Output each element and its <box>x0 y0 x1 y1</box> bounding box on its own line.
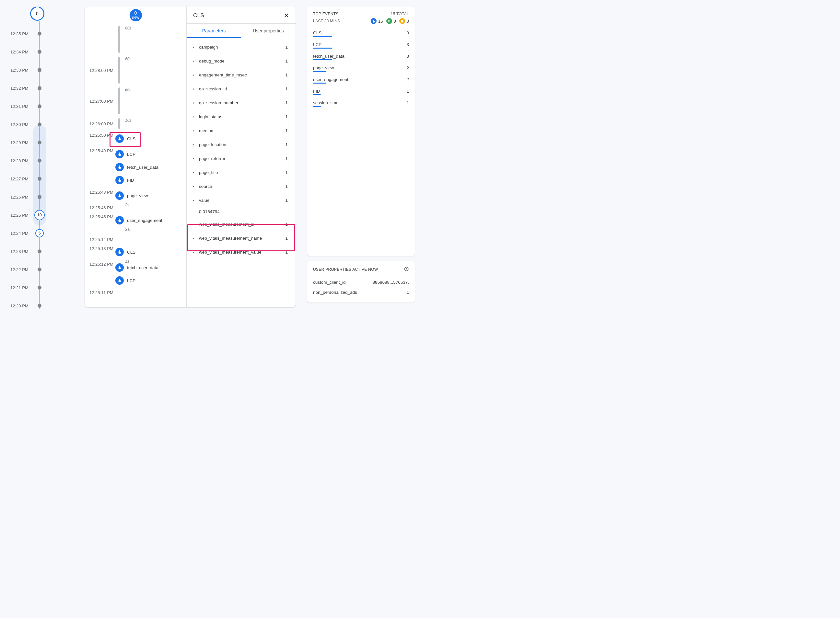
chevron-right-icon <box>191 45 196 49</box>
minimap-row[interactable]: 12:26 PM <box>37 188 74 206</box>
minimap-dot <box>37 304 42 308</box>
param-name: page_title <box>199 170 285 175</box>
param-row[interactable]: engagement_time_msec1 <box>187 68 296 82</box>
chevron-right-icon <box>191 184 196 189</box>
top-event-count: 3 <box>407 54 409 59</box>
param-value: 0.0164794 <box>187 207 296 217</box>
history-icon[interactable] <box>404 266 409 273</box>
top-event-name: fetch_user_data <box>313 54 344 59</box>
touch-icon <box>115 176 124 184</box>
param-name: login_status <box>199 114 285 119</box>
top-event-name: session_start <box>313 100 339 105</box>
minimap-now-badge: 0 <box>30 6 45 21</box>
touch-icon <box>115 192 124 200</box>
param-name: ga_session_number <box>199 100 285 105</box>
top-event-row[interactable]: user_engagement2 <box>313 75 409 83</box>
close-button[interactable]: ✕ <box>284 12 289 19</box>
param-row[interactable]: value1 <box>187 193 296 207</box>
chevron-right-icon <box>191 101 196 105</box>
pill-conversion[interactable]: 0 <box>386 18 396 24</box>
param-row[interactable]: medium1 <box>187 124 296 138</box>
param-row[interactable]: web_vitals_measurement_value1 <box>187 245 296 259</box>
param-count: 1 <box>285 128 288 133</box>
minimap-row[interactable]: 12:32 PM <box>37 79 74 97</box>
top-event-count: 1 <box>407 89 409 94</box>
minimap-time: 12:27 PM <box>10 177 28 181</box>
minimap-dot <box>37 32 42 36</box>
minimap-count-ring: 5 <box>35 229 44 238</box>
param-name: ga_session_id <box>199 86 285 91</box>
minimap-row[interactable]: 12:22 PM <box>37 260 74 279</box>
minimap-dot <box>37 122 42 126</box>
minimap-count-ring: 10 <box>34 210 45 220</box>
param-row[interactable]: page_title1 <box>187 165 296 180</box>
top-event-name: FID <box>313 89 320 94</box>
event-row-fetch-user-data[interactable]: fetch_user_data <box>89 160 186 174</box>
top-event-bar <box>313 94 321 95</box>
param-row[interactable]: page_location1 <box>187 138 296 152</box>
minimap-row[interactable]: 12:29 PM <box>37 134 74 152</box>
minimap-dot <box>37 141 42 144</box>
pill-analytics[interactable]: 15 <box>371 18 383 24</box>
top-event-row[interactable]: CLS3 <box>313 28 409 36</box>
param-row[interactable]: campaign1 <box>187 40 296 54</box>
minimap-row[interactable]: 12:24 PM5 <box>37 224 74 242</box>
minimap-row[interactable]: 12:33 PM <box>37 61 74 79</box>
event-row-lcp-2[interactable]: LCP <box>89 274 186 287</box>
top-event-row[interactable]: fetch_user_data3 <box>313 52 409 59</box>
minimap-row[interactable]: 12:20 PM <box>37 297 74 309</box>
minimap-row[interactable]: 12:28 PM <box>37 152 74 170</box>
top-event-row[interactable]: LCP3 <box>313 40 409 48</box>
minimap-row[interactable]: 12:34 PM <box>37 43 74 61</box>
param-row[interactable]: debug_mode1 <box>187 54 296 68</box>
minimap-row[interactable]: 12:31 PM <box>37 97 74 115</box>
tab-user-properties[interactable]: User properties <box>241 24 296 38</box>
minimap-row[interactable]: 12:21 PM <box>37 279 74 297</box>
minimap-row[interactable]: 12:27 PM <box>37 170 74 188</box>
event-stream-card: 0 new 60s 12:28:00 PM 60s <box>85 6 296 307</box>
param-name: web_vitals_measurement_id <box>199 222 285 227</box>
param-row[interactable]: login_status1 <box>187 110 296 124</box>
touch-icon <box>115 263 124 272</box>
param-name: source <box>199 184 285 189</box>
pill-error[interactable]: 0 <box>399 18 409 24</box>
event-row-fid[interactable]: FID <box>89 174 186 187</box>
top-event-row[interactable]: page_view2 <box>313 64 409 71</box>
minimap-time: 12:34 PM <box>10 49 28 54</box>
top-event-bar <box>313 36 332 37</box>
param-count: 1 <box>285 100 288 105</box>
param-row[interactable]: source1 <box>187 180 296 193</box>
param-row[interactable]: ga_session_number1 <box>187 96 296 110</box>
minimap-time: 12:29 PM <box>10 140 28 145</box>
top-event-name: user_engagement <box>313 77 349 82</box>
minimap-dot <box>37 286 42 290</box>
minimap-time: 12:25 PM <box>10 213 28 218</box>
chevron-right-icon <box>191 170 196 175</box>
user-property-name: custom_client_id <box>313 280 346 285</box>
minimap-dot <box>37 267 42 272</box>
minimap-row[interactable]: 12:35 PM <box>37 25 74 43</box>
chevron-down-icon <box>191 198 196 203</box>
param-row[interactable]: web_vitals_measurement_name1 <box>187 231 296 245</box>
param-count: 1 <box>285 45 288 49</box>
param-name: engagement_time_msec <box>199 73 285 77</box>
param-row[interactable]: page_referrer1 <box>187 152 296 165</box>
param-name: web_vitals_measurement_value <box>199 250 285 255</box>
minimap-row[interactable]: 12:23 PM <box>37 242 74 260</box>
minimap-row[interactable]: 12:30 PM <box>37 115 74 134</box>
param-count: 1 <box>285 222 288 227</box>
minimap-row[interactable]: 12:25 PM10 <box>37 206 74 224</box>
top-event-bar <box>313 59 332 60</box>
minimap-time: 12:24 PM <box>10 231 28 236</box>
tab-parameters[interactable]: Parameters <box>187 24 241 38</box>
param-row[interactable]: web_vitals_measurement_id1 <box>187 217 296 231</box>
timeline-minimap: 0 12:35 PM12:34 PM12:33 PM12:32 PM12:31 … <box>0 0 74 309</box>
top-event-count: 1 <box>407 100 409 105</box>
touch-icon <box>115 134 124 143</box>
touch-icon <box>115 216 124 224</box>
top-event-row[interactable]: session_start1 <box>313 98 409 106</box>
top-event-row[interactable]: FID1 <box>313 87 409 94</box>
minimap-dot <box>37 104 42 108</box>
param-row[interactable]: ga_session_id1 <box>187 82 296 96</box>
param-name: debug_mode <box>199 59 285 64</box>
